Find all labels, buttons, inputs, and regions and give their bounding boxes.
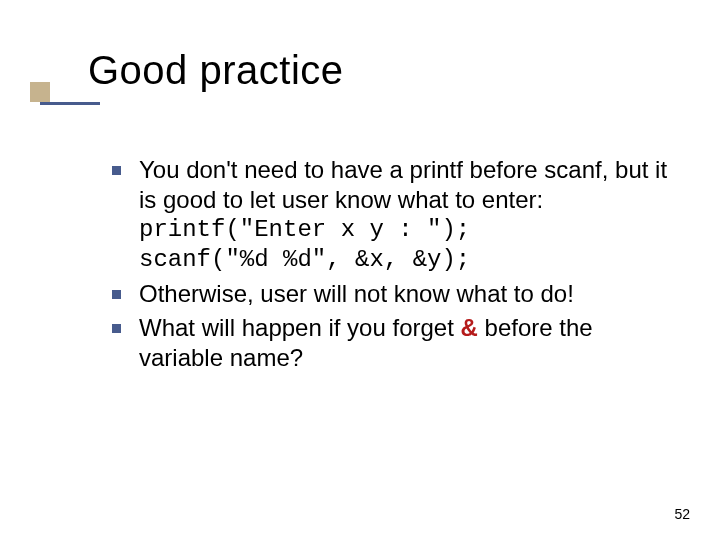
- bullet-item: Otherwise, user will not know what to do…: [112, 279, 672, 309]
- deco-line-icon: [40, 102, 100, 105]
- page-number: 52: [674, 506, 690, 522]
- slide: Good practice You don't need to have a p…: [0, 0, 720, 540]
- code-line: printf("Enter x y : ");: [139, 215, 672, 245]
- slide-body: You don't need to have a printf before s…: [112, 155, 672, 377]
- deco-square-icon: [30, 82, 50, 102]
- bullet-text: Otherwise, user will not know what to do…: [139, 279, 672, 309]
- bullet-item: You don't need to have a printf before s…: [112, 155, 672, 275]
- bullet-item: What will happen if you forget & before …: [112, 313, 672, 373]
- code-line: scanf("%d %d", &x, &y);: [139, 245, 672, 275]
- ampersand-emphasis: &: [461, 314, 478, 341]
- bullet-line-part: What will happen if you forget: [139, 314, 461, 341]
- bullet-line: You don't need to have a printf before s…: [139, 156, 667, 213]
- square-bullet-icon: [112, 290, 121, 299]
- bullet-text: You don't need to have a printf before s…: [139, 155, 672, 275]
- bullet-text: What will happen if you forget & before …: [139, 313, 672, 373]
- title-block: Good practice: [88, 48, 344, 93]
- bullet-line: Otherwise, user will not know what to do…: [139, 280, 574, 307]
- title-decoration: [30, 82, 100, 105]
- square-bullet-icon: [112, 166, 121, 175]
- slide-title: Good practice: [88, 48, 344, 93]
- square-bullet-icon: [112, 324, 121, 333]
